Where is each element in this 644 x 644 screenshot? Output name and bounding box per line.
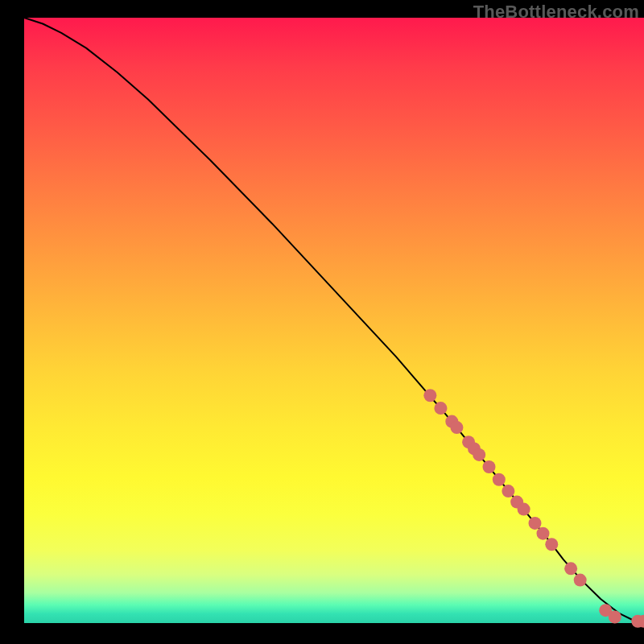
marker-dot: [528, 517, 541, 530]
markers-dots: [423, 389, 644, 627]
marker-dot: [483, 460, 496, 473]
plot-area: [24, 18, 644, 623]
marker-dot: [423, 389, 436, 402]
marker-dot: [502, 485, 514, 497]
chart-stage: TheBottleneck.com: [0, 0, 644, 644]
marker-dot: [536, 527, 549, 540]
marker-dot: [574, 574, 587, 587]
chart-svg: [24, 18, 644, 623]
marker-dot: [609, 610, 621, 623]
marker-dot: [545, 538, 558, 551]
marker-dot: [473, 448, 485, 461]
marker-dot: [434, 402, 447, 415]
marker-dot: [518, 503, 530, 516]
series-curve: [24, 18, 644, 621]
marker-dot: [493, 473, 506, 486]
marker-dot: [564, 562, 577, 575]
marker-dot: [450, 421, 463, 434]
